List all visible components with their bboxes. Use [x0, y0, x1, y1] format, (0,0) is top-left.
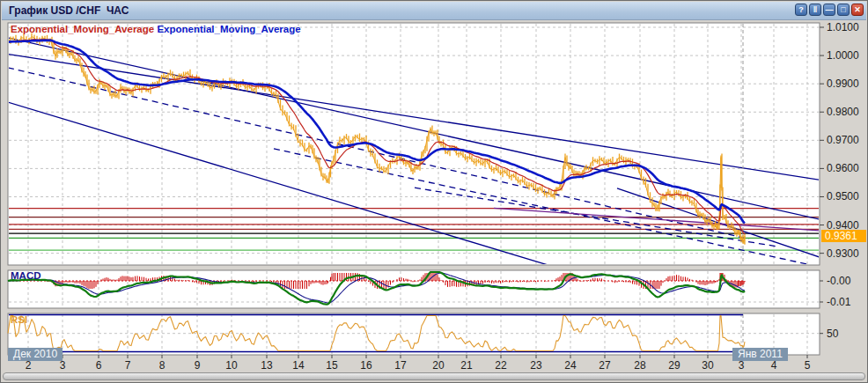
price-axis-label: 0.9900	[827, 77, 859, 90]
window-buttons: ?‖—□✕	[795, 4, 864, 16]
pause-button[interactable]: ‖	[809, 4, 821, 16]
month-badge-dec: Дек 2010	[8, 348, 63, 361]
date-axis-label: 7	[117, 359, 138, 372]
date-axis-label: 2	[18, 359, 39, 372]
date-axis-label: 6	[88, 359, 109, 372]
horizontal-scrollbar[interactable]	[3, 372, 865, 380]
rsi-panel-label: RSI	[11, 314, 27, 325]
date-axis-label: 13	[256, 359, 277, 372]
date-axis-label: 8	[151, 359, 173, 372]
date-axis-label: 3	[52, 359, 73, 372]
chart-window: График USD /CHF ЧАС ?‖—□✕ Exponential_Mo…	[0, 0, 868, 383]
date-axis-label: 5	[797, 359, 818, 372]
date-axis-label: 14	[288, 359, 309, 372]
ema-fast-legend: Exponential_Moving_Average	[11, 24, 154, 34]
maximize-button[interactable]: □	[837, 4, 850, 16]
price-axis-label: 1.0000	[827, 49, 859, 62]
ema-slow-legend: Exponential_Moving_Average	[157, 24, 300, 34]
close-button[interactable]: ✕	[851, 4, 864, 16]
date-axis-label: 27	[594, 359, 615, 372]
date-axis-label: 24	[560, 359, 581, 372]
date-axis-label: 29	[664, 359, 685, 372]
macd-axis-label: -0.01	[827, 296, 850, 308]
indicator-legend: Exponential_Moving_Average Exponential_M…	[11, 24, 301, 34]
macd-panel-label: MACD	[11, 270, 41, 281]
chart-canvas[interactable]	[1, 1, 868, 383]
price-axis-label: 0.9800	[827, 106, 859, 118]
date-axis-label: 16	[356, 359, 377, 372]
date-axis-label: 20	[428, 359, 449, 372]
date-axis-label: 17	[390, 359, 411, 372]
date-axis-label: 22	[490, 359, 511, 372]
macd-axis-label: -0.00	[827, 275, 850, 287]
date-axis-label: 21	[456, 359, 477, 372]
rsi-axis-label: 50	[827, 328, 838, 340]
price-axis-label: 0.9700	[827, 134, 859, 146]
window-title: График USD /CHF ЧАС	[2, 4, 129, 17]
date-axis-label: 4	[763, 359, 784, 372]
price-axis-label: 1.0100	[827, 21, 859, 33]
date-axis-label: 10	[221, 359, 242, 372]
help-button[interactable]: ?	[795, 4, 807, 16]
price-axis-label: 0.9600	[827, 162, 859, 174]
date-axis-label: 15	[321, 359, 342, 372]
date-axis-label: 3	[731, 359, 752, 372]
current-price-badge: 0.9361	[821, 230, 866, 242]
price-axis-label: 0.9300	[827, 247, 859, 260]
minimize-button[interactable]: —	[823, 4, 835, 16]
date-axis-label: 9	[187, 359, 208, 372]
date-axis-label: 30	[697, 359, 718, 372]
title-bar[interactable]: График USD /CHF ЧАС	[2, 2, 866, 20]
price-axis-label: 0.9500	[827, 190, 859, 203]
date-axis-label: 28	[629, 359, 651, 372]
date-axis-label: 23	[526, 359, 547, 372]
month-badge-jan: Янв 2011	[732, 348, 788, 361]
